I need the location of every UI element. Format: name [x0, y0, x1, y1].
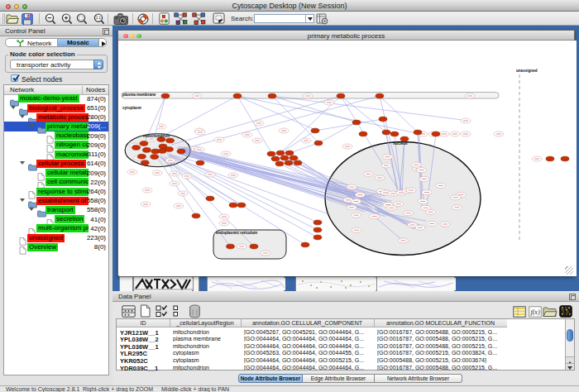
svg-text:cytoplasm: cytoplasm — [122, 106, 141, 110]
svg-text:1:1: 1:1 — [96, 16, 102, 20]
svg-text:plasma membrane: plasma membrane — [122, 93, 156, 97]
svg-text:nucleus: nucleus — [393, 141, 408, 146]
svg-text:mitochondrion: mitochondrion — [143, 134, 170, 138]
svg-text:f(x): f(x) — [530, 308, 539, 316]
svg-text:endoplasmic reticulum: endoplasmic reticulum — [216, 231, 257, 235]
svg-text:unassigned: unassigned — [516, 69, 538, 73]
